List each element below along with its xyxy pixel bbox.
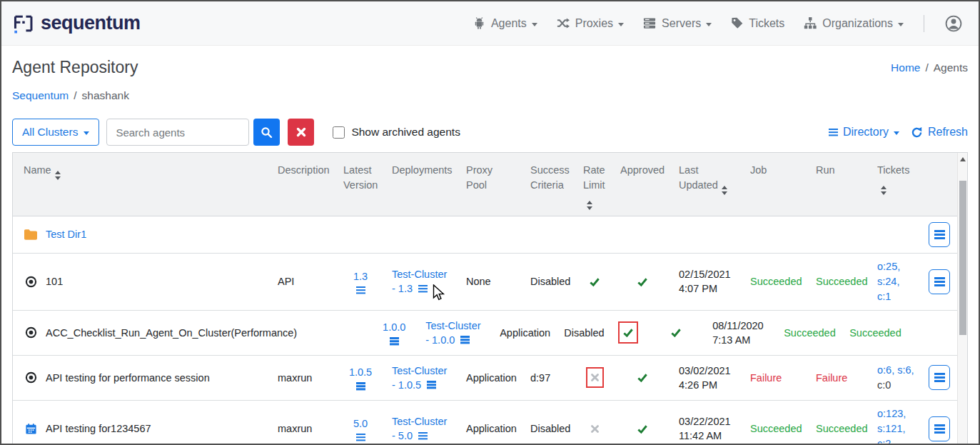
- nav-proxies[interactable]: Proxies: [556, 16, 624, 30]
- version-menu-icon[interactable]: [356, 382, 365, 390]
- run-status-cell: Succeeded: [809, 269, 870, 294]
- tickets-link[interactable]: o:25, s:24, c:1: [877, 261, 900, 302]
- column-header-latest-version: Latest Version: [336, 153, 385, 216]
- deployment-menu-icon[interactable]: [418, 285, 428, 293]
- calendar-icon: [24, 423, 38, 435]
- agent-target-icon: [24, 276, 38, 288]
- version-menu-icon[interactable]: [356, 434, 365, 441]
- brand-name: sequentum: [41, 12, 141, 34]
- row-actions-cell: [921, 216, 957, 253]
- sort-icon[interactable]: [587, 201, 592, 210]
- nav-servers[interactable]: Servers: [642, 16, 712, 30]
- success-criteria-cell: Disabled: [523, 416, 576, 441]
- top-navbar: sequentum Agents: [1, 1, 979, 46]
- version-link[interactable]: 5.0: [353, 416, 368, 431]
- version-link[interactable]: 1.0.0: [383, 320, 405, 334]
- deployment-link[interactable]: Test-Cluster: [392, 416, 447, 427]
- column-header-run: Run: [809, 153, 870, 216]
- table-scrollbar[interactable]: [957, 153, 967, 445]
- rate-limit-cell: [576, 414, 613, 444]
- job-status-cell: Succeeded: [743, 416, 809, 441]
- sort-icon[interactable]: [722, 186, 727, 195]
- scroll-up-arrow-icon[interactable]: [960, 157, 966, 161]
- refresh-button[interactable]: Refresh: [911, 126, 968, 139]
- tickets-link[interactable]: o:6, s:6,: [877, 364, 914, 376]
- deployment-version[interactable]: - 1.0.0: [425, 333, 455, 347]
- agent-name[interactable]: 101: [46, 274, 63, 289]
- nav-organizations[interactable]: Organizations: [803, 16, 904, 30]
- tickets-link[interactable]: o:123, s:121, c:2: [877, 408, 906, 445]
- run-status-cell: Failure: [809, 365, 870, 391]
- agent-name[interactable]: API testing for performance session: [46, 371, 210, 385]
- deployment-link[interactable]: Test-Cluster: [392, 365, 447, 376]
- breadcrumb-home-link[interactable]: Home: [891, 61, 920, 74]
- sort-icon[interactable]: [881, 186, 886, 195]
- scrollbar-thumb[interactable]: [959, 181, 966, 335]
- nav-agents[interactable]: Agents: [473, 16, 537, 30]
- nav-proxies-label: Proxies: [575, 17, 613, 30]
- deployment-menu-icon[interactable]: [427, 381, 436, 389]
- version-menu-icon[interactable]: [356, 286, 365, 294]
- agent-target-icon: [24, 371, 38, 384]
- rate-limit-cell: [576, 361, 613, 394]
- tickets-cell: o:6, s:6, c:0: [870, 357, 921, 399]
- column-header-last-updated[interactable]: Last Updated: [672, 153, 743, 216]
- deployment-menu-icon[interactable]: [418, 432, 428, 440]
- directory-dropdown-button[interactable]: Directory: [829, 126, 899, 139]
- row-menu-button[interactable]: [929, 416, 950, 441]
- deployment-version[interactable]: - 1.3: [392, 281, 413, 296]
- clusters-dropdown-button[interactable]: All Clusters: [12, 119, 99, 146]
- rate-limit-cell: [610, 316, 647, 349]
- nav-servers-label: Servers: [662, 17, 701, 30]
- last-updated-cell: 03/22/202111:42 AM: [672, 409, 743, 445]
- approved-cell: [647, 321, 705, 344]
- version-menu-icon[interactable]: [390, 337, 399, 345]
- proxy-pool-cell: Application: [459, 416, 523, 441]
- tickets-cell: o:25, s:24, c:1: [870, 254, 921, 310]
- ticket-icon: [730, 16, 744, 30]
- user-menu-button[interactable]: [944, 14, 963, 33]
- search-input[interactable]: [106, 119, 249, 146]
- description-cell: maxrun: [271, 416, 336, 441]
- folder-name-link[interactable]: Test Dir1: [46, 227, 86, 241]
- run-status: Failure: [816, 372, 847, 384]
- agent-name[interactable]: API testing for1234567: [46, 421, 151, 436]
- breadcrumb: Home / Agents: [891, 61, 968, 74]
- proxy-pool-cell: Application: [492, 320, 557, 346]
- table-row: API testing for1234567 maxrun 5.0 Test-C…: [13, 401, 967, 445]
- clear-search-button[interactable]: [288, 119, 314, 146]
- nav-tickets-label: Tickets: [749, 17, 784, 30]
- deployment-version[interactable]: - 1.0.5: [392, 378, 421, 392]
- version-link[interactable]: 1.3: [353, 269, 368, 284]
- deployment-link[interactable]: Test-Cluster: [392, 269, 447, 280]
- column-header-name[interactable]: Name: [13, 153, 271, 216]
- user-avatar-icon: [944, 14, 963, 33]
- nav-tickets[interactable]: Tickets: [730, 16, 784, 30]
- column-header-tickets[interactable]: Tickets: [870, 153, 921, 216]
- description-cell: API: [271, 269, 336, 294]
- sort-icon[interactable]: [55, 171, 61, 180]
- org-link[interactable]: Sequentum: [12, 89, 69, 102]
- row-menu-button[interactable]: [929, 269, 950, 294]
- version-cell: 5.0: [336, 411, 385, 445]
- deployment-menu-icon[interactable]: [460, 336, 470, 344]
- show-archived-checkbox[interactable]: [333, 126, 345, 139]
- table-row: Test Dir1: [13, 216, 967, 254]
- version-link[interactable]: 1.0.5: [349, 365, 372, 379]
- deployment-link[interactable]: Test-Cluster: [425, 320, 480, 331]
- servers-icon: [642, 16, 657, 30]
- brand-logo[interactable]: sequentum: [13, 12, 141, 34]
- breadcrumb-separator: /: [925, 61, 928, 74]
- approved-cell: [613, 366, 672, 389]
- search-button[interactable]: [253, 119, 280, 146]
- proxy-pool-cell: Application: [459, 365, 523, 391]
- row-menu-button[interactable]: [929, 222, 950, 247]
- deployment-version[interactable]: - 5.0: [392, 429, 413, 443]
- last-updated-cell: 03/02/20214:26 PM: [672, 358, 743, 398]
- directory-label: Directory: [843, 126, 889, 139]
- folder-name-cell: Test Dir1: [13, 221, 921, 247]
- column-header-rate-limit[interactable]: Rate Limit: [576, 153, 613, 216]
- row-menu-button[interactable]: [929, 365, 950, 390]
- agent-name[interactable]: ACC_Checklist_Run_Agent_On_Cluster(Perfo…: [46, 326, 297, 340]
- column-header-deployments: Deployments: [385, 153, 459, 216]
